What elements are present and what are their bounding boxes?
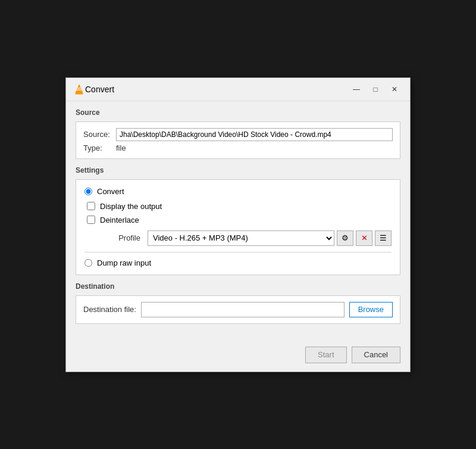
destination-section-body: Destination file: Browse: [76, 295, 400, 324]
source-field-row: Source:: [83, 128, 393, 141]
dump-radio-label[interactable]: Dump raw input: [97, 258, 151, 267]
type-label: Type:: [83, 144, 116, 152]
type-field-row: Type: file: [83, 144, 393, 152]
dump-radio[interactable]: [84, 259, 92, 267]
dest-file-label: Destination file:: [83, 305, 136, 314]
title-bar-controls: — □ ✕: [348, 83, 403, 96]
vlc-icon: [73, 83, 85, 95]
dump-radio-row: Dump raw input: [84, 258, 392, 267]
destination-section: Destination Destination file: Browse: [76, 282, 400, 324]
convert-radio[interactable]: [84, 188, 92, 195]
profile-settings-button[interactable]: ⚙: [337, 230, 353, 246]
display-output-checkbox[interactable]: [87, 202, 95, 210]
close-button[interactable]: ✕: [386, 83, 403, 96]
convert-radio-label[interactable]: Convert: [97, 187, 124, 196]
window-title: Convert: [85, 85, 348, 94]
profile-delete-button[interactable]: ✕: [356, 230, 372, 246]
source-section-body: Source: Type: file: [76, 121, 400, 159]
settings-section-body: Convert Display the output Deinterlace P…: [76, 179, 400, 275]
footer: Start Cancel: [66, 341, 410, 372]
display-output-row: Display the output: [87, 202, 392, 211]
source-section: Source Source: Type: file: [76, 108, 400, 159]
maximize-button[interactable]: □: [367, 83, 384, 96]
source-section-label: Source: [76, 108, 400, 117]
profile-label: Profile: [87, 233, 140, 242]
deinterlace-label[interactable]: Deinterlace: [100, 216, 139, 224]
convert-window: Convert — □ ✕ Source Source: Type: file: [65, 77, 411, 372]
destination-section-label: Destination: [76, 282, 400, 291]
display-output-label[interactable]: Display the output: [100, 202, 162, 211]
convert-radio-row: Convert: [84, 187, 392, 196]
svg-marker-0: [76, 85, 83, 93]
type-value: file: [116, 144, 126, 152]
settings-divider: [84, 252, 392, 252]
cancel-button[interactable]: Cancel: [352, 347, 400, 363]
title-bar: Convert — □ ✕: [66, 78, 410, 101]
svg-rect-1: [76, 93, 83, 95]
minimize-button[interactable]: —: [348, 83, 365, 96]
settings-section: Settings Convert Display the output Dein…: [76, 166, 400, 275]
window-content: Source Source: Type: file Settings Conve: [66, 101, 410, 341]
source-input[interactable]: [116, 128, 393, 141]
settings-section-label: Settings: [76, 166, 400, 174]
dest-file-input[interactable]: [141, 302, 345, 317]
source-label: Source:: [83, 130, 116, 139]
browse-button[interactable]: Browse: [349, 302, 393, 317]
profile-select[interactable]: Video - H.265 + MP3 (MP4) Video - H.264 …: [148, 230, 334, 246]
start-button[interactable]: Start: [305, 347, 346, 363]
deinterlace-checkbox[interactable]: [87, 216, 95, 224]
deinterlace-row: Deinterlace: [87, 216, 392, 224]
profile-list-button[interactable]: ☰: [375, 230, 392, 246]
dest-file-row: Destination file: Browse: [83, 302, 393, 317]
profile-row: Profile Video - H.265 + MP3 (MP4) Video …: [87, 230, 392, 246]
